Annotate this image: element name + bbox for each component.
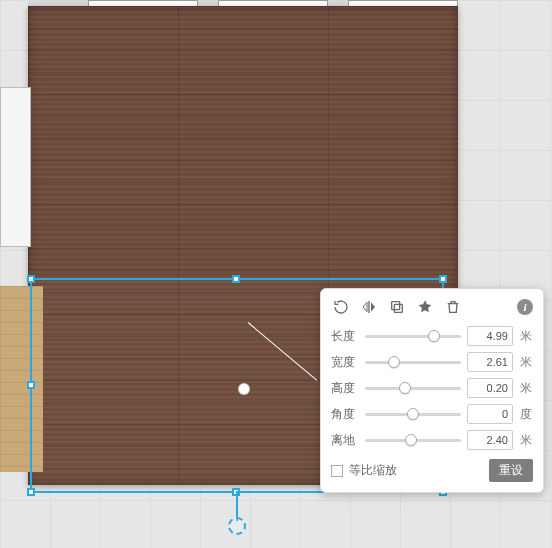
property-value-input[interactable] [467,326,513,346]
property-unit: 米 [519,432,533,449]
copy-icon[interactable] [389,299,405,315]
flip-horizontal-icon[interactable] [361,299,377,315]
property-label: 角度 [331,406,359,423]
counter-fixture [0,87,31,247]
property-row: 离地米 [331,427,533,453]
resize-handle-tr[interactable] [439,275,447,283]
resize-handle-bl[interactable] [27,488,35,496]
property-slider[interactable] [365,433,461,447]
info-icon[interactable]: i [517,299,533,315]
property-label: 离地 [331,432,359,449]
checkbox-box[interactable] [331,465,343,477]
property-value-input[interactable] [467,352,513,372]
rotate-icon[interactable] [333,299,349,315]
property-slider[interactable] [365,407,461,421]
proportional-scale-checkbox[interactable]: 等比缩放 [331,462,397,479]
property-unit: 米 [519,328,533,345]
reset-button[interactable]: 重设 [489,459,533,482]
proportional-scale-label: 等比缩放 [349,462,397,479]
property-slider[interactable] [365,381,461,395]
svg-rect-1 [392,302,400,310]
resize-handle-tm[interactable] [232,275,240,283]
property-row: 长度米 [331,323,533,349]
panel-toolbar: i [331,297,533,323]
property-label: 长度 [331,328,359,345]
property-value-input[interactable] [467,404,513,424]
rotate-handle[interactable] [228,517,246,535]
svg-rect-0 [394,304,402,312]
property-label: 高度 [331,380,359,397]
property-label: 宽度 [331,354,359,371]
property-unit: 度 [519,406,533,423]
property-value-input[interactable] [467,430,513,450]
property-row: 角度度 [331,401,533,427]
design-canvas[interactable]: i 长度米宽度米高度米角度度离地米 等比缩放 重设 [0,0,552,548]
property-unit: 米 [519,354,533,371]
property-slider[interactable] [365,355,461,369]
property-unit: 米 [519,380,533,397]
property-row: 高度米 [331,375,533,401]
trash-icon[interactable] [445,299,461,315]
property-slider[interactable] [365,329,461,343]
property-row: 宽度米 [331,349,533,375]
star-icon[interactable] [417,299,433,315]
resize-handle-ml[interactable] [27,381,35,389]
properties-panel: i 长度米宽度米高度米角度度离地米 等比缩放 重设 [320,288,544,493]
property-value-input[interactable] [467,378,513,398]
resize-handle-tl[interactable] [27,275,35,283]
